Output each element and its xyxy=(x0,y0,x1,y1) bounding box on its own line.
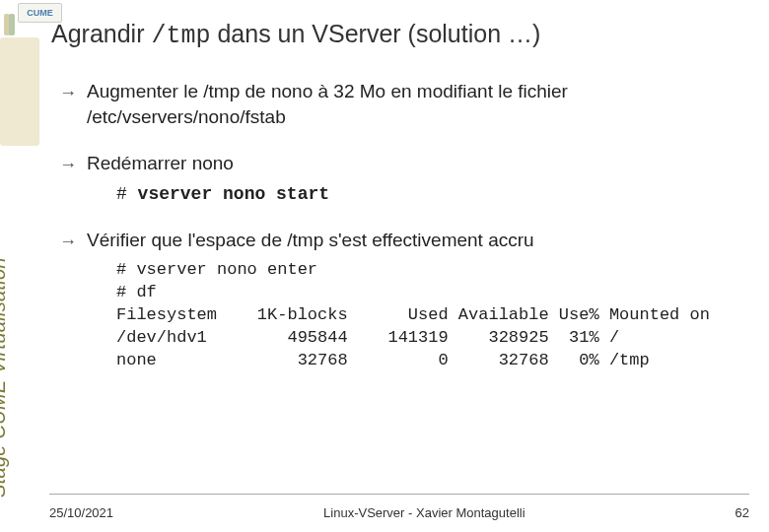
footer-center: Linux-VServer - Xavier Montagutelli xyxy=(323,505,524,520)
df-header: Filesystem 1K-blocks Used Available Use%… xyxy=(116,305,710,324)
footer-date: 25/10/2021 xyxy=(49,505,113,520)
arrow-icon: → xyxy=(59,230,77,253)
cmd-text: vserver nono start xyxy=(138,184,329,204)
arrow-icon: → xyxy=(59,81,77,104)
bullet-1-text: Augmenter le /tmp de nono à 32 Mo en mod… xyxy=(87,81,568,127)
bullet-2: → Redémarrer nono # vserver nono start xyxy=(59,151,749,206)
title-pre: Agrandir xyxy=(51,20,151,47)
cmd-prompt: # xyxy=(116,184,138,204)
decorative-figures xyxy=(4,14,15,39)
decorative-block xyxy=(0,37,39,146)
footer: 25/10/2021 Linux-VServer - Xavier Montag… xyxy=(49,505,749,520)
df-row-1: /dev/hdv1 495844 141319 328925 31% / xyxy=(116,328,619,347)
slide-title: Agrandir /tmp dans un VServer (solution … xyxy=(51,20,540,50)
df-row-2: none 32768 0 32768 0% /tmp xyxy=(116,351,650,369)
content-area: → Augmenter le /tmp de nono à 32 Mo en m… xyxy=(59,79,749,378)
title-mono: /tmp xyxy=(151,22,210,50)
cmd-df: df xyxy=(136,283,156,301)
cmd-prompt: # xyxy=(116,283,136,301)
sidebar-label: Stage CUME Virtualisation xyxy=(0,257,10,498)
cmd-prompt: # xyxy=(116,260,136,279)
title-post: dans un VServer (solution …) xyxy=(210,20,540,47)
command-restart: # vserver nono start xyxy=(116,182,749,206)
footer-divider xyxy=(49,494,749,495)
arrow-icon: → xyxy=(59,153,77,176)
bullet-3: → Vérifier que l'espace de /tmp s'est ef… xyxy=(59,228,749,371)
bullet-1: → Augmenter le /tmp de nono à 32 Mo en m… xyxy=(59,79,749,129)
footer-page: 62 xyxy=(735,505,749,520)
terminal-output: # vserver nono enter # df Filesystem 1K-… xyxy=(116,259,749,372)
cmd-enter: vserver nono enter xyxy=(136,260,317,279)
bullet-2-text: Redémarrer nono xyxy=(87,153,234,173)
bullet-3-text: Vérifier que l'espace de /tmp s'est effe… xyxy=(87,230,534,250)
